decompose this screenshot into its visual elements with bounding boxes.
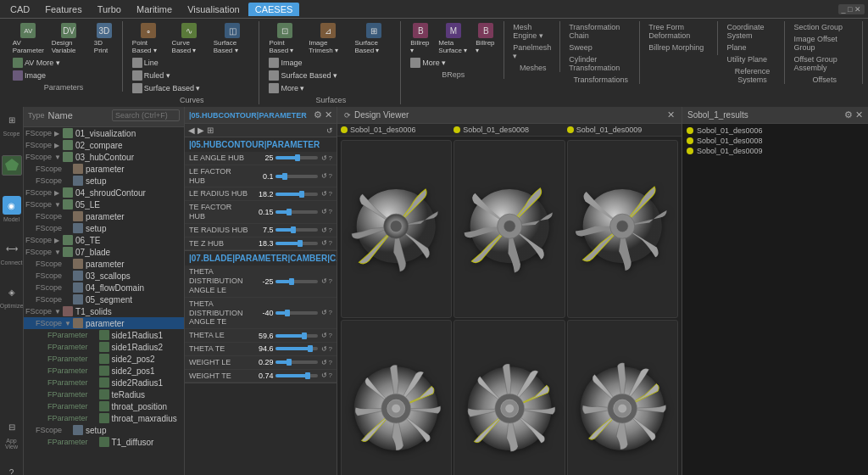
tab-visualisation[interactable]: Visualisation — [181, 3, 247, 16]
ribbon-btn-metasurface[interactable]: M Meta Surface ▾ — [436, 21, 470, 56]
viewer-cell-4[interactable] — [341, 320, 452, 475]
ribbon-btn-image[interactable]: Image — [10, 70, 117, 81]
ribbon-btn-pointbased[interactable]: ∘ Point Based ▾ — [130, 21, 167, 56]
param-slider-theta-dist-le[interactable] — [275, 280, 318, 283]
tab-features[interactable]: Features — [38, 3, 88, 16]
tab-caeses[interactable]: CAESES — [248, 3, 300, 16]
viewer-cell-3[interactable] — [567, 140, 678, 318]
param-reset-le-factor-hub[interactable]: ↺ — [321, 172, 327, 180]
tree-row-le[interactable]: FScope ▼ 05_LE — [24, 198, 184, 210]
tab-maritime[interactable]: Maritime — [130, 3, 179, 16]
tab-turbo[interactable]: Turbo — [91, 3, 128, 16]
param-help-le-radius-hub[interactable]: ? — [329, 190, 332, 198]
app-view-icon[interactable]: ⊟ — [3, 417, 21, 436]
tree-row-t1-param[interactable]: FScope ▼ parameter — [24, 317, 184, 329]
param-reset-theta-dist-le[interactable]: ↺ — [321, 277, 327, 285]
tree-row-segment[interactable]: FScope 05_segment — [24, 293, 184, 305]
param-help-weight-le[interactable]: ? — [329, 359, 332, 366]
param-help-theta-te[interactable]: ? — [329, 345, 332, 353]
tree-row-compare[interactable]: FScope ▶ 02_compare — [24, 139, 184, 151]
tree-row-flowdomain[interactable]: FScope 04_flowDomain — [24, 282, 184, 293]
param-help-te-radius-hub[interactable]: ? — [329, 226, 332, 234]
ribbon-btn-line[interactable]: Line — [130, 57, 254, 69]
params-nav-fwd[interactable]: ▶ — [198, 126, 204, 135]
tree-row-hubcontour-param[interactable]: FScope parameter — [24, 163, 184, 175]
tree-row-blade[interactable]: FScope ▼ 07_blade — [24, 246, 184, 258]
param-reset-weight-le[interactable]: ↺ — [321, 359, 327, 366]
tab-cad[interactable]: CAD — [3, 3, 36, 16]
tree-row-te[interactable]: FScope ▶ 06_TE — [24, 234, 184, 246]
ribbon-btn-surfacebased[interactable]: ◫ Surface Based ▾ — [211, 21, 254, 56]
viewer-cell-6[interactable] — [567, 320, 678, 475]
ribbon-btn-more-breps[interactable]: More ▾ — [408, 57, 448, 69]
results-close-icon[interactable]: ✕ — [855, 109, 863, 120]
param-reset-te-z-hub[interactable]: ↺ — [321, 239, 327, 247]
param-help-le-factor-hub[interactable]: ? — [329, 172, 332, 180]
param-help-theta-dist-te[interactable]: ? — [329, 309, 332, 316]
ribbon-btn-ruled[interactable]: Ruled ▾ — [130, 70, 254, 81]
ribbon-btn-more-surfaces[interactable]: More ▾ — [266, 82, 395, 94]
tree-row-shroudcontour[interactable]: FScope ▶ 04_shroudContour — [24, 187, 184, 198]
tree-row-visualization[interactable]: FScope ▶ 01_visualization — [24, 127, 184, 139]
model-icon[interactable]: ◉ — [3, 196, 21, 215]
results-settings-icon[interactable]: ⚙ — [844, 109, 853, 120]
ribbon-btn-surface-surfacebased[interactable]: ⊞ Surface Based ▾ — [352, 21, 395, 56]
param-reset-weight-te[interactable]: ↺ — [321, 372, 327, 379]
param-reset-theta-dist-te[interactable]: ↺ — [321, 309, 327, 316]
ribbon-btn-3dprint[interactable]: 3D 3D Print — [92, 21, 117, 56]
ribbon-btn-av-more[interactable]: AV More ▾ — [10, 57, 117, 69]
ribbon-btn-image-surface[interactable]: Image — [266, 57, 395, 69]
ribbon-btn-curvebased[interactable]: ∿ Curve Based ▾ — [170, 21, 209, 56]
param-help-theta-le[interactable]: ? — [329, 332, 332, 339]
viewer-cell-5[interactable] — [453, 320, 565, 475]
tree-row-side2pos1[interactable]: FParameter side2_pos1 — [24, 365, 184, 377]
tree-row-blade-param[interactable]: FScope parameter — [24, 258, 184, 270]
param-reset-theta-te[interactable]: ↺ — [321, 345, 327, 353]
ribbon-btn-billrep2[interactable]: B Billrep ▾ — [473, 21, 498, 56]
tree-row-side1radius1[interactable]: FParameter side1Radius1 — [24, 329, 184, 341]
param-slider-te-radius-hub[interactable] — [275, 228, 318, 232]
param-slider-le-radius-hub[interactable] — [275, 193, 318, 196]
tree-row-throat-pos[interactable]: FParameter throat_position — [24, 400, 184, 412]
params-expand-icon[interactable]: ⊞ — [207, 126, 214, 135]
param-slider-theta-te[interactable] — [275, 347, 318, 350]
param-help-weight-te[interactable]: ? — [329, 372, 332, 379]
tree-row-side2radius1[interactable]: FParameter side2Radius1 — [24, 377, 184, 388]
tree-row-teradius[interactable]: FParameter teRadius — [24, 388, 184, 400]
param-help-te-z-hub[interactable]: ? — [329, 239, 332, 247]
params-close-icon[interactable]: ✕ — [325, 109, 332, 120]
param-slider-te-z-hub[interactable] — [275, 242, 318, 245]
ribbon-btn-billrep[interactable]: B Billrep ▾ — [408, 21, 433, 56]
param-slider-theta-dist-te[interactable] — [275, 311, 318, 315]
result-item-1[interactable]: Sobol_01_des0006 — [684, 126, 866, 136]
param-reset-theta-le[interactable]: ↺ — [321, 332, 327, 339]
ribbon-btn-avparameter[interactable]: AV AV Parameter — [10, 21, 47, 56]
ribbon-btn-design-variable[interactable]: DV Design Variable — [49, 21, 89, 56]
params-nav-back[interactable]: ◀ — [188, 126, 195, 135]
tree-row-t1-setup[interactable]: FScope setup — [24, 424, 184, 436]
viewer-cell-1[interactable] — [341, 140, 452, 318]
ribbon-btn-imagetrimesh[interactable]: ⊿ Image Trimesh ▾ — [306, 21, 349, 56]
ribbon-btn-surface-based-curves[interactable]: Surface Based ▾ — [130, 82, 254, 94]
param-slider-theta-le[interactable] — [275, 334, 318, 338]
params-reset-all[interactable]: ↺ — [326, 126, 333, 135]
param-help-theta-dist-le[interactable]: ? — [329, 277, 332, 285]
param-help-le-angle-hub[interactable]: ? — [329, 154, 332, 162]
param-reset-te-radius-hub[interactable]: ↺ — [321, 226, 327, 234]
param-slider-le-angle-hub[interactable] — [275, 156, 318, 159]
tree-row-throat-max[interactable]: FParameter throat_maxradius — [24, 412, 184, 424]
tree-row-scallops[interactable]: FScope 03_scallops — [24, 270, 184, 282]
tree-row-side2pos2[interactable]: FParameter side2_pos2 — [24, 353, 184, 365]
param-help-te-factor-hub[interactable]: ? — [329, 208, 332, 215]
param-slider-te-factor-hub[interactable] — [275, 210, 318, 214]
tree-row-le-setup[interactable]: FScope setup — [24, 222, 184, 234]
tree-row-t1solids[interactable]: FScope ▼ T1_solids — [24, 305, 184, 317]
tree-row-le-param[interactable]: FScope parameter — [24, 210, 184, 222]
param-reset-le-angle-hub[interactable]: ↺ — [321, 154, 327, 162]
tree-row-side1radius2[interactable]: FParameter side1Radius2 — [24, 341, 184, 353]
param-slider-weight-te[interactable] — [275, 374, 318, 377]
tree-search-input[interactable] — [112, 109, 180, 121]
scope-icon[interactable]: ⊞ — [3, 110, 21, 129]
param-reset-te-factor-hub[interactable]: ↺ — [321, 208, 327, 215]
param-slider-weight-le[interactable] — [275, 360, 318, 364]
